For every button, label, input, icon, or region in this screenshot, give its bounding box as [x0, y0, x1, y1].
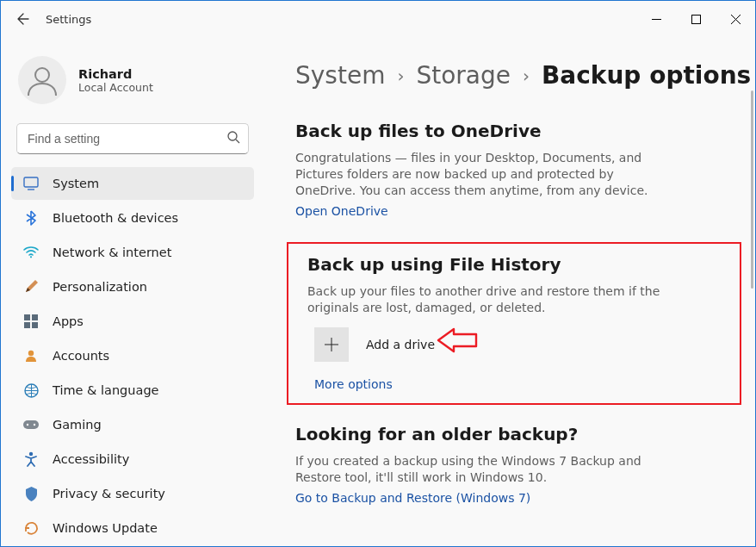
svg-rect-0 — [691, 15, 700, 23]
accessibility-icon — [23, 451, 39, 467]
minimize-icon — [652, 15, 661, 24]
older-title: Looking for an older backup? — [295, 424, 752, 444]
sidebar-item-label: Time & language — [53, 383, 159, 397]
search-wrap — [16, 123, 249, 154]
add-drive-button[interactable] — [314, 327, 349, 362]
add-drive-row: Add a drive — [314, 327, 721, 362]
sidebar-item-label: Accessibility — [53, 452, 129, 466]
annotation-arrow-icon — [435, 327, 478, 353]
apps-icon — [23, 314, 39, 329]
plus-icon — [324, 337, 339, 352]
sidebar-item-update[interactable]: Windows Update — [11, 512, 254, 544]
sidebar: Richard Local Account System Bluetooth &… — [1, 37, 261, 546]
sidebar-item-label: Apps — [53, 314, 84, 328]
svg-rect-11 — [23, 420, 39, 429]
svg-point-2 — [228, 132, 237, 140]
svg-point-1 — [35, 68, 49, 82]
system-icon — [23, 176, 39, 191]
onedrive-title: Back up files to OneDrive — [295, 121, 752, 141]
sidebar-item-accounts[interactable]: Accounts — [11, 339, 254, 372]
filehistory-title: Back up using File History — [307, 254, 721, 275]
minimize-button[interactable] — [636, 5, 676, 33]
settings-window: Settings Richard Local Ac — [0, 0, 756, 547]
svg-rect-3 — [24, 177, 38, 187]
sidebar-item-label: Windows Update — [53, 521, 158, 535]
scrollbar[interactable] — [751, 90, 753, 289]
titlebar: Settings — [1, 1, 755, 37]
svg-rect-5 — [24, 314, 30, 320]
close-button[interactable] — [716, 5, 755, 33]
sidebar-item-label: Accounts — [53, 349, 109, 363]
backup-restore-link[interactable]: Go to Backup and Restore (Windows 7) — [295, 491, 752, 505]
older-body: If you created a backup using the Window… — [295, 453, 674, 486]
file-history-highlight: Back up using File History Back up your … — [287, 242, 741, 406]
svg-rect-7 — [24, 322, 30, 328]
sidebar-item-time[interactable]: Time & language — [11, 374, 254, 407]
bluetooth-icon — [23, 210, 39, 226]
svg-point-12 — [27, 424, 28, 426]
search-input[interactable] — [16, 123, 249, 154]
onedrive-body: Congratulations — files in your Desktop,… — [295, 150, 674, 199]
chevron-right-icon: › — [523, 65, 530, 86]
svg-point-14 — [29, 452, 33, 456]
wifi-icon — [23, 245, 39, 260]
sidebar-item-label: Personalization — [53, 280, 147, 294]
svg-point-9 — [28, 351, 34, 356]
update-icon — [23, 520, 39, 536]
svg-point-4 — [30, 256, 32, 258]
person-icon — [23, 61, 61, 99]
clock-globe-icon — [23, 382, 39, 398]
chevron-right-icon: › — [397, 65, 404, 86]
profile-account-type: Local Account — [78, 81, 153, 94]
maximize-button[interactable] — [676, 5, 716, 33]
more-options-link[interactable]: More options — [314, 377, 721, 391]
sidebar-item-label: Privacy & security — [53, 487, 165, 500]
sidebar-item-apps[interactable]: Apps — [11, 305, 254, 338]
gamepad-icon — [23, 417, 39, 432]
sidebar-item-accessibility[interactable]: Accessibility — [11, 443, 254, 476]
breadcrumb-current: Backup options — [542, 61, 751, 90]
add-drive-label: Add a drive — [366, 338, 435, 351]
window-title: Settings — [46, 13, 91, 26]
section-onedrive: Back up files to OneDrive Congratulation… — [295, 121, 752, 218]
svg-rect-8 — [32, 322, 38, 328]
main-panel[interactable]: System › Storage › Backup options Back u… — [261, 37, 755, 546]
breadcrumb-system[interactable]: System — [295, 61, 385, 90]
back-button[interactable] — [9, 5, 37, 33]
close-icon — [731, 15, 741, 24]
search-icon — [227, 131, 240, 146]
profile-block[interactable]: Richard Local Account — [9, 47, 256, 123]
breadcrumb: System › Storage › Backup options — [295, 61, 752, 90]
open-onedrive-link[interactable]: Open OneDrive — [295, 204, 752, 218]
sidebar-item-network[interactable]: Network & internet — [11, 236, 254, 269]
avatar — [18, 56, 66, 104]
section-older-backup: Looking for an older backup? If you crea… — [295, 424, 752, 505]
sidebar-item-personalization[interactable]: Personalization — [11, 270, 254, 303]
sidebar-item-label: Gaming — [53, 418, 102, 432]
svg-point-13 — [34, 424, 35, 426]
sidebar-item-privacy[interactable]: Privacy & security — [11, 477, 254, 510]
sidebar-item-label: System — [53, 177, 99, 190]
sidebar-item-label: Network & internet — [53, 246, 171, 259]
breadcrumb-storage[interactable]: Storage — [416, 61, 511, 90]
brush-icon — [23, 279, 39, 295]
nav: System Bluetooth & devices Network & int… — [9, 166, 256, 545]
profile-name: Richard — [78, 67, 153, 81]
filehistory-body: Back up your files to another drive and … — [307, 283, 686, 316]
sidebar-item-bluetooth[interactable]: Bluetooth & devices — [11, 202, 254, 234]
sidebar-item-gaming[interactable]: Gaming — [11, 408, 254, 441]
account-icon — [23, 348, 39, 364]
back-arrow-icon — [16, 12, 30, 26]
shield-icon — [23, 486, 39, 501]
sidebar-item-label: Bluetooth & devices — [53, 211, 178, 225]
maximize-icon — [691, 15, 701, 24]
svg-rect-6 — [32, 314, 38, 320]
sidebar-item-system[interactable]: System — [11, 167, 254, 200]
